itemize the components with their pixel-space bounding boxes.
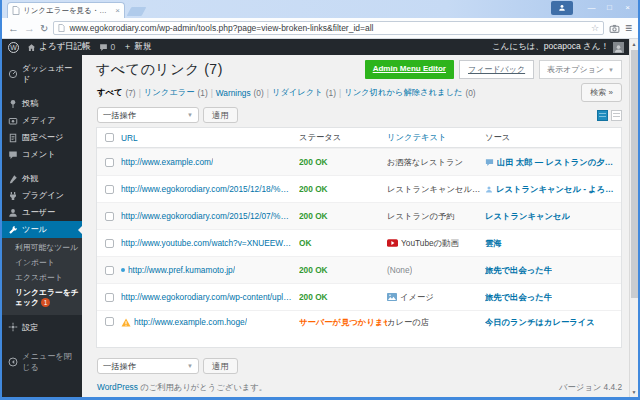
browser-window: リンクエラーを見る・よろず日記 × — □ × ← → ↻ www.egokor… — [0, 0, 640, 400]
address-bar[interactable]: www.egokorodiary.com/wp-admin/tools.php?… — [53, 21, 604, 35]
image-icon — [387, 293, 397, 301]
filter-links: すべて(7) | リンクエラー(1) | Warnings(0) | リダイレク… — [97, 83, 622, 102]
admin-footer: WordPress のご利用ありがとうございます。 バージョン 4.4.2 — [96, 378, 622, 395]
browser-titlebar: リンクエラーを見る・よろず日記 × — □ × — [2, 0, 638, 18]
link-url[interactable]: http://www.youtube.com/watch?v=XNUEEWaaq… — [121, 238, 293, 248]
link-url[interactable]: http://www.pref.kumamoto.jp/ — [128, 265, 235, 275]
sidebar-item-dashboard[interactable]: ダッシュボード — [2, 60, 82, 88]
link-url[interactable]: http://www.egokorodiary.com/wp-content/u… — [121, 292, 293, 302]
source-link[interactable]: レストランキャンセル - よろず日... — [496, 184, 619, 195]
maximize-button[interactable]: □ — [601, 1, 618, 15]
link-url[interactable]: http://www.egokorodiary.com/2015/12/07/%… — [121, 211, 293, 221]
link-url[interactable]: http://www.example.com/ — [121, 157, 213, 167]
browser-toolbar: ← → ↻ www.egokorodiary.com/wp-admin/tool… — [2, 18, 638, 39]
bulk-action-select[interactable]: 一括操作▼ — [97, 358, 199, 374]
browser-tab[interactable]: リンクエラーを見る・よろず日記 × — [7, 2, 125, 18]
link-url[interactable]: http://www.egokorodiary.com/2015/12/18/%… — [121, 184, 293, 194]
page-scrollbar[interactable]: ▲ ▼ — [629, 39, 638, 397]
page-title: すべてのリンク (7) — [96, 61, 223, 79]
table-header: URL ステータス リンクテキスト ソース — [97, 128, 621, 148]
tab-close-icon[interactable]: × — [115, 7, 120, 15]
filter-warnings[interactable]: Warnings — [216, 88, 251, 98]
source-link[interactable]: 山田 太郎 — レストランの夕食い... — [497, 157, 619, 168]
view-toggle-compact[interactable] — [597, 110, 608, 121]
chevron-down-icon: ▼ — [608, 67, 614, 73]
admin-bar-new-button[interactable]: ＋ 新規 — [123, 41, 151, 53]
minimize-button[interactable]: — — [583, 1, 600, 15]
wordpress-footer-link[interactable]: WordPress — [97, 382, 138, 392]
link-status: OK — [299, 238, 387, 248]
screen-options-button[interactable]: 表示オプション▼ — [539, 60, 622, 79]
table-row: http://www.example.com.hoge/ サーバーが見つかりませ… — [97, 310, 621, 347]
sidebar-item-users[interactable]: ユーザー — [2, 204, 82, 221]
admin-menu-editor-button[interactable]: Admin Menu Editor — [365, 60, 454, 79]
url-text[interactable]: www.egokorodiary.com/wp-admin/tools.php?… — [69, 23, 587, 33]
new-tab-button[interactable] — [127, 7, 147, 16]
table-row: http://www.egokorodiary.com/2015/12/18/%… — [97, 175, 621, 202]
footer-thanks-text: のご利用ありがとうございます。 — [138, 382, 267, 392]
sidebar-item-appearance[interactable]: 外観 — [2, 170, 82, 187]
source-link[interactable]: 旅先で出会った牛 — [485, 292, 552, 303]
submenu-item-check-link-errors[interactable]: リンクエラーをチェック1 — [2, 285, 82, 310]
scroll-up-icon[interactable]: ▲ — [630, 39, 638, 49]
sidebar-item-comments[interactable]: コメント — [2, 146, 82, 163]
row-checkbox[interactable] — [105, 185, 114, 194]
filter-dismissed[interactable]: リンク切れから解除されました — [344, 87, 462, 98]
source-link[interactable]: 今日のランチはカレーライス — [485, 317, 595, 328]
sidebar-item-media[interactable]: メディア — [2, 112, 82, 129]
link-text: レストランの予約 — [387, 211, 455, 222]
search-button[interactable]: 検索 » — [581, 83, 622, 102]
row-checkbox[interactable] — [105, 266, 114, 275]
tools-submenu: 利用可能なツール インポート エクスポート リンクエラーをチェック1 — [2, 238, 82, 315]
header-url[interactable]: URL — [121, 133, 138, 143]
forward-button-icon[interactable]: → — [24, 22, 35, 34]
row-checkbox[interactable] — [105, 293, 114, 302]
filter-redirects[interactable]: リダイレクト — [272, 87, 323, 98]
link-text: カレーの店 — [387, 317, 429, 328]
camera-extension-icon[interactable] — [609, 23, 620, 34]
source-link[interactable]: 旅先で出会った牛 — [485, 265, 552, 276]
wordpress-logo-icon[interactable]: W — [8, 42, 19, 53]
settings-icon — [8, 322, 18, 332]
row-checkbox[interactable] — [105, 239, 114, 248]
submenu-item-import[interactable]: インポート — [2, 255, 82, 270]
warning-icon — [121, 318, 131, 327]
bookmark-star-icon[interactable]: ☆ — [591, 24, 599, 33]
select-all-checkbox[interactable] — [105, 133, 114, 142]
sidebar-collapse-menu[interactable]: メニューを閉じる — [2, 348, 82, 376]
avatar[interactable] — [613, 42, 624, 53]
feedback-button[interactable]: フィードバック — [459, 60, 534, 79]
source-link[interactable]: レストランキャンセル — [485, 211, 570, 222]
filter-broken[interactable]: リンクエラー — [144, 87, 195, 98]
apply-button[interactable]: 適用 — [203, 107, 238, 123]
reload-button-icon[interactable]: ↻ — [40, 23, 48, 34]
sidebar-item-pages[interactable]: 固定ページ — [2, 129, 82, 146]
header-link-text[interactable]: リンクテキスト — [387, 132, 446, 143]
admin-bar-site-menu[interactable]: よろず日記帳 — [27, 41, 91, 53]
bulk-action-select[interactable]: 一括操作▼ — [97, 107, 199, 123]
chrome-menu-icon[interactable]: ≡ — [625, 22, 632, 34]
submenu-item-export[interactable]: エクスポート — [2, 270, 82, 285]
row-checkbox[interactable] — [105, 212, 114, 221]
admin-bar-comments[interactable]: 0 — [99, 42, 116, 52]
view-toggle-detailed[interactable] — [611, 110, 622, 121]
scrollbar-thumb[interactable] — [631, 50, 638, 298]
sidebar-item-posts[interactable]: 投稿 — [2, 95, 82, 112]
apply-button[interactable]: 適用 — [203, 358, 238, 374]
source-link[interactable]: 雲海 — [485, 238, 502, 249]
row-checkbox[interactable] — [105, 317, 114, 326]
plug-icon — [8, 191, 18, 201]
admin-bar-greeting[interactable]: こんにちは、pocapoca さん！ — [492, 41, 609, 53]
profile-button[interactable] — [551, 1, 573, 15]
link-url[interactable]: http://www.example.com.hoge/ — [134, 317, 247, 327]
sidebar-item-tools[interactable]: ツール — [2, 221, 82, 238]
filter-all[interactable]: すべて — [97, 87, 122, 98]
sidebar-item-plugins[interactable]: プラグイン — [2, 187, 82, 204]
scroll-down-icon[interactable]: ▼ — [630, 387, 638, 397]
close-button[interactable]: × — [619, 1, 636, 15]
back-button-icon[interactable]: ← — [8, 22, 19, 34]
row-checkbox[interactable] — [105, 158, 114, 167]
page-icon — [58, 24, 65, 32]
sidebar-item-settings[interactable]: 設定 — [2, 319, 82, 336]
submenu-item-available-tools[interactable]: 利用可能なツール — [2, 240, 82, 255]
